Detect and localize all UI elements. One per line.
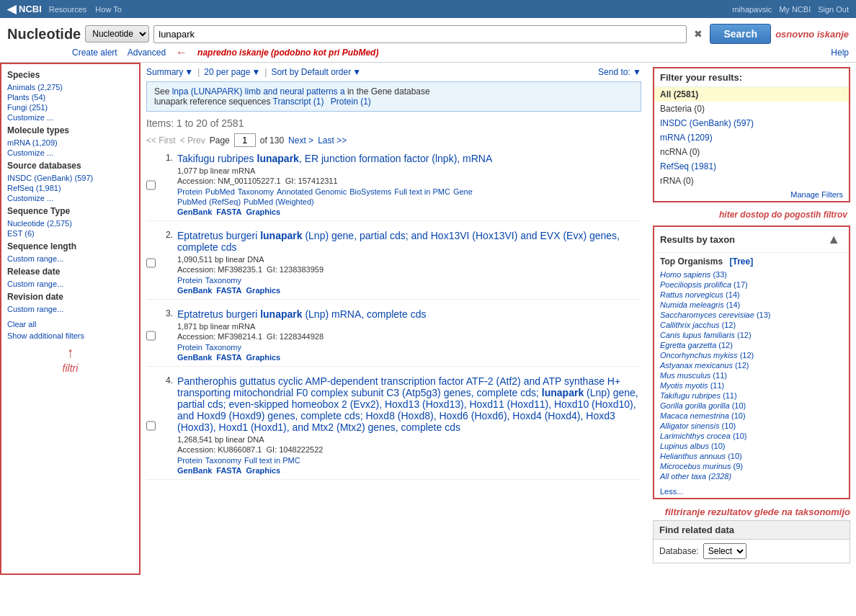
taxon-macaca-link[interactable]: Macaca nemestrina [660,411,729,420]
gene-info-link[interactable]: lnpa (LUNAPARK) limb and neural patterns… [172,86,345,97]
send-to-dropdown[interactable]: Send to: ▼ [598,67,641,77]
biosystems-link-1[interactable]: BioSystems [349,187,391,196]
species-animals-link[interactable]: Animals (2,275) [7,83,63,91]
filter-insdc-link[interactable]: INSDC (GenBank) (597) [660,118,754,128]
taxon-gorilla-link[interactable]: Gorilla gorilla gorilla [660,401,730,410]
taxon-larim-link[interactable]: Larimichthys crocea [660,432,731,440]
releasedate-range-link[interactable]: Custom range... [7,280,63,288]
graphics-link-1[interactable]: Graphics [246,207,281,216]
species-customize-link[interactable]: Customize ... [7,113,53,122]
taxon-myotis-link[interactable]: Myotis myotis [660,381,708,390]
source-refseq-link[interactable]: RefSeq (1,981) [7,184,61,192]
taxon-lupinus-link[interactable]: Lupinus albus [660,442,709,450]
taxon-homo-link[interactable]: Homo sapiens [660,270,710,279]
taxon-takif-link[interactable]: Takifugu rubripes [660,391,721,400]
taxon-astya-link[interactable]: Astyanax mexicanus [660,361,733,370]
scroll-up-icon[interactable]: ▲ [824,231,843,249]
genbank-link-3[interactable]: GenBank [177,353,212,362]
protein-link-4[interactable]: Protein [177,456,202,465]
result-checkbox-3[interactable] [146,310,156,362]
fasta-link-1[interactable]: FASTA [216,207,241,216]
result-link-1[interactable]: Takifugu rubripes lunapark, ER junction … [177,153,492,164]
page-number-input[interactable]: 1 [234,133,256,147]
molecule-customize-link[interactable]: Customize ... [7,148,53,157]
taxon-onco-link[interactable]: Oncorhynchus mykiss [660,351,738,360]
summary-dropdown[interactable]: Summary ▼ [146,67,193,77]
last-page-link[interactable]: Last >> [318,135,347,146]
graphics-link-4[interactable]: Graphics [246,466,281,475]
result-checkbox-4[interactable] [146,377,156,475]
pubmed-weighted-link-1[interactable]: PubMed (Weighted) [244,197,314,206]
fasta-link-3[interactable]: FASTA [216,353,241,362]
source-insdc-link[interactable]: INSDC (GenBank) (597) [7,174,93,182]
result-link-4[interactable]: Pantherophis guttatus cyclic AMP-depende… [177,375,638,433]
result-checkbox-1[interactable] [146,154,156,216]
search-input[interactable] [153,25,687,43]
source-customize-link[interactable]: Customize ... [7,194,53,202]
search-button[interactable]: Search [710,24,771,44]
seqtype-nucleotide-link[interactable]: Nucleotide (2,575) [7,219,72,228]
species-fungi-link[interactable]: Fungi (251) [7,103,48,112]
taxon-canis-link[interactable]: Canis lupus familiaris [660,331,735,339]
taxon-other-link[interactable]: All other taxa [660,472,706,481]
transcript-link[interactable]: Transcript (1) [273,97,324,107]
less-link[interactable]: Less... [654,485,849,498]
clear-search-button[interactable]: ✖ [691,28,705,40]
annotated-genomic-link-1[interactable]: Annotated Genomic [277,187,347,196]
sort-by-dropdown[interactable]: Sort by Default order ▼ [271,67,361,77]
sign-out-link[interactable]: Sign Out [818,5,849,14]
per-page-dropdown[interactable]: 20 per page ▼ [204,67,260,77]
taxon-poec-link[interactable]: Poeciliopsis prolifica [660,280,731,289]
user-profile-link[interactable]: mihapavsic [732,5,772,14]
genbank-link-1[interactable]: GenBank [177,207,212,216]
seqtype-est-link[interactable]: EST (6) [7,229,35,238]
pubmed-link-1[interactable]: PubMed [205,187,235,196]
protein-link-2[interactable]: Protein [177,276,202,285]
taxon-egretta-link[interactable]: Egretta garzetta [660,341,716,349]
taxonomy-link-4[interactable]: Taxonomy [205,456,241,465]
result-checkbox-2[interactable] [146,231,156,295]
manage-filters-link[interactable]: Manage Filters [654,188,849,201]
clear-all-link[interactable]: Clear all [7,320,133,329]
taxon-mus-link[interactable]: Mus musculus [660,371,710,380]
fasta-link-4[interactable]: FASTA [216,466,241,475]
species-plants-link[interactable]: Plants (54) [7,93,45,102]
protein-link-3[interactable]: Protein [177,343,202,352]
advanced-link[interactable]: Advanced [128,48,166,58]
taxon-rattus-link[interactable]: Rattus norvegicus [660,290,723,299]
find-related-db-select[interactable]: Select [703,543,746,559]
gene-link-1[interactable]: Gene [453,187,473,196]
result-link-2[interactable]: Eptatretus burgeri lunapark (Lnp) gene, … [177,230,620,253]
taxon-numida-link[interactable]: Numida meleagris [660,300,724,309]
taxonomy-link-2[interactable]: Taxonomy [205,276,241,285]
tree-link[interactable]: [Tree] [729,256,753,267]
molecule-mrna-link[interactable]: mRNA (1,209) [7,138,58,147]
database-select[interactable]: Nucleotide [85,25,149,43]
taxonomy-link-3[interactable]: Taxonomy [205,343,241,352]
filter-refseq-link[interactable]: RefSeq (1981) [660,161,716,171]
show-additional-filters-link[interactable]: Show additional filters [7,331,133,340]
next-page-link[interactable]: Next > [288,135,313,146]
taxon-sacch-link[interactable]: Saccharomyces cerevisiae [660,311,754,319]
result-link-3[interactable]: Eptatretus burgeri lunapark (Lnp) mRNA, … [177,308,426,320]
howto-link[interactable]: How To [95,5,121,14]
genbank-link-2[interactable]: GenBank [177,286,212,295]
pubmed-refseq-link-1[interactable]: PubMed (RefSeq) [177,197,241,206]
fulltext-pmc-link-4[interactable]: Full text in PMC [244,456,300,465]
genbank-link-4[interactable]: GenBank [177,466,212,475]
protein-link-1[interactable]: Protein [177,187,202,196]
seqlength-range-link[interactable]: Custom range... [7,254,63,263]
fulltext-pmc-link-1[interactable]: Full text in PMC [394,187,450,196]
my-ncbi-link[interactable]: My NCBI [779,5,811,14]
taxonomy-link-1[interactable]: Taxonomy [238,187,274,196]
revisiondate-range-link[interactable]: Custom range... [7,305,63,313]
fasta-link-2[interactable]: FASTA [216,286,241,295]
help-link[interactable]: Help [831,48,849,58]
resources-link[interactable]: Resources [49,5,87,14]
create-alert-link[interactable]: Create alert [72,48,117,58]
filter-item-all[interactable]: All (2581) [654,87,849,102]
graphics-link-3[interactable]: Graphics [246,353,281,362]
protein-link[interactable]: Protein (1) [331,97,371,107]
taxon-micro-link[interactable]: Microcebus murinus [660,462,731,470]
taxon-helian-link[interactable]: Helianthus annuus [660,452,726,460]
